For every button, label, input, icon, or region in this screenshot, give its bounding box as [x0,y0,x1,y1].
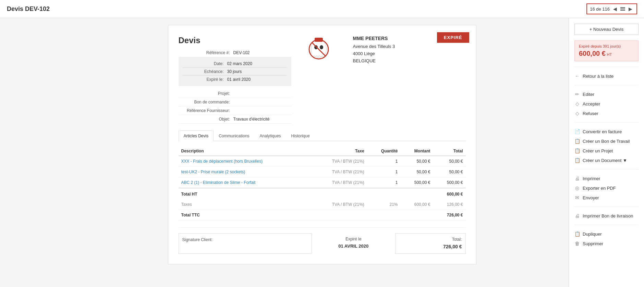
action-convert[interactable]: 📄 Convertir en facture [574,127,639,136]
taxes-base: 600,00 € [401,199,433,210]
page-title: Devis DEV-102 [7,5,50,13]
echeance-label: Echéance: [183,69,227,74]
row3-total: 500,00 € [433,177,465,188]
nav-position: 16 de 116 [590,7,610,12]
echeance-value: 30 jours [227,69,242,74]
ref-value: DEV-102 [233,50,250,55]
action-envoyer-label: Envoyer [583,195,599,200]
action-dupliquer-label: Dupliquer [583,232,602,237]
taxes-value: 126,00 € [433,199,465,210]
document-card: EXPIRÉ Devis Référence #: DEV-102 Date: … [168,25,476,264]
action-bon-travail[interactable]: 📋 Créer un Bon de Travail [574,136,639,146]
total-ht-label: Total HT [179,188,433,199]
sidebar-divider-1 [574,67,639,67]
action-supprimer[interactable]: 🗑 Supprimer [574,239,639,248]
sidebar-divider-3 [574,122,639,123]
expired-info-box: Expiré depuis 391 jour(s) 600,00 € HT [574,40,639,61]
row1-quantite: 1 [367,156,401,167]
print-icon: 🖨 [574,176,580,181]
row2-quantite: 1 [367,167,401,177]
date-value: 02 mars 2020 [227,61,252,66]
tab-analytiques[interactable]: Analytiques [255,130,286,141]
action-projet-label: Créer un Projet [583,148,613,153]
table-row: XXX - Frais de déplacement (hors Bruxell… [179,156,466,167]
footer-date-box: Expiré le 01 AVRIL 2020 [319,233,389,254]
logo-area [298,36,339,63]
sidebar-actions: ← Retour à la liste ✏ Editer ◇ Accepter … [574,71,639,248]
ref-row: Référence #: DEV-102 [179,49,291,57]
action-accept[interactable]: ◇ Accepter [574,99,639,109]
edit-icon: ✏ [574,91,580,97]
objet-label: Objet: [179,117,233,122]
nav-prev-button[interactable]: ◀ [612,5,618,12]
client-address2: 4000 Liège [353,50,466,58]
action-pdf[interactable]: ◎ Exporter en PDF [574,183,639,193]
content-area: EXPIRÉ Devis Référence #: DEV-102 Date: … [0,18,569,287]
ref-fournisseur-label: Référence Fournisseur: [179,108,233,113]
nav-list-icon[interactable] [620,7,625,11]
footer-expire-label: Expiré le [322,237,385,241]
action-edit[interactable]: ✏ Editer [574,89,639,99]
bon-commande-label: Bon de commande: [179,100,233,104]
client-country: BELGIQUE [353,58,466,65]
nav-next-button[interactable]: ▶ [627,5,634,12]
livraison-icon: 🖨 [574,213,580,219]
row1-link[interactable]: XXX - Frais de déplacement (hors Bruxell… [181,159,263,164]
duplicate-icon: 📋 [574,231,580,237]
row1-taxe: TVA / BTW (21%) [310,156,367,167]
action-imprimer[interactable]: 🖨 Imprimer [574,174,639,183]
row1-description: XXX - Frais de déplacement (hors Bruxell… [179,156,310,167]
svg-rect-5 [315,38,323,42]
row3-taxe: TVA / BTW (21%) [310,177,367,188]
row3-link[interactable]: ABC 2 (1) - Elimination de Slime - Forfa… [181,180,256,185]
col-quantite: Quantité [367,147,401,156]
action-document-label: Créer un Document ▼ [583,158,627,163]
tab-articles[interactable]: Articles Devis [179,130,214,141]
row2-taxe: TVA / BTW (21%) [310,167,367,177]
row2-description: test-UK2 - Prise murale (2 sockets) [179,167,310,177]
row3-montant: 500,00 € [401,177,433,188]
taxes-taxe: TVA / BTW (21%) [310,199,367,210]
taxes-pct: 21% [367,199,401,210]
action-refuse-label: Refuser [583,111,598,116]
action-refuse[interactable]: ◇ Refuser [574,109,639,118]
new-devis-button[interactable]: + Nouveau Devis [574,24,639,35]
client-address1: Avenue des Tilleuls 3 [353,43,466,50]
objet-value: Travaux d'électricité [233,117,270,122]
action-edit-label: Editer [583,92,594,97]
expire-label: Expiré le: [183,77,227,82]
action-imprimer-label: Imprimer [583,176,600,181]
action-document[interactable]: 📋 Créer un Document ▼ [574,155,639,165]
action-bon-livraison[interactable]: 🖨 Imprimer Bon de livraison [574,211,639,221]
doc-header: Devis Référence #: DEV-102 Date: 02 mars… [179,36,466,124]
total-ttc-label: Total TTC [179,210,433,221]
tab-historique[interactable]: Historique [286,130,315,141]
action-back[interactable]: ← Retour à la liste [574,71,639,81]
action-supprimer-label: Supprimer [583,241,603,246]
col-total: Total [433,147,465,156]
send-icon: ✉ [574,195,580,200]
items-table: Description Taxe Quantité Montant Total … [179,147,466,221]
footer-expire-value: 01 AVRIL 2020 [322,244,385,249]
projet-icon: 📋 [574,148,580,153]
row2-link[interactable]: test-UK2 - Prise murale (2 sockets) [181,170,245,174]
total-ttc-row: Total TTC 726,00 € [179,210,466,221]
back-icon: ← [574,73,580,79]
action-dupliquer[interactable]: 📋 Dupliquer [574,229,639,239]
expire-row: Expiré le: 01 avril 2020 [183,76,287,83]
tab-communications[interactable]: Communications [214,130,254,141]
doc-title-section: Devis Référence #: DEV-102 Date: 02 mars… [179,36,291,124]
ref-fournisseur-row: Référence Fournisseur: [179,107,291,115]
sidebar-divider-5 [574,207,639,207]
action-convert-label: Convertir en facture [583,129,622,134]
expired-info-label: Expiré depuis 391 jour(s) [579,44,634,48]
action-projet[interactable]: 📋 Créer un Projet [574,146,639,155]
expired-info-amount: 600,00 € HT [579,50,634,58]
action-envoyer[interactable]: ✉ Envoyer [574,193,639,202]
bon-travail-icon: 📋 [574,138,580,144]
tax-row: Taxes TVA / BTW (21%) 21% 600,00 € 126,0… [179,199,466,210]
taxes-label: Taxes [179,199,310,210]
expired-amount-suffix: HT [607,52,612,57]
row1-montant: 50,00 € [401,156,433,167]
signature-box: Signature Client: [179,233,312,254]
